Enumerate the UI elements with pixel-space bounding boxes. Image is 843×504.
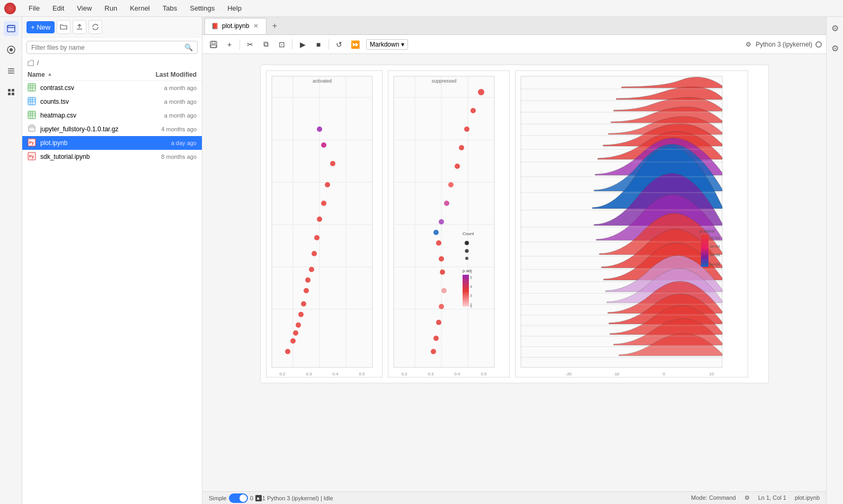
svg-point-97 — [465, 249, 468, 253]
plot-output: activated — [260, 65, 769, 383]
right-settings-icon-2[interactable]: ⚙ — [828, 41, 842, 55]
svg-point-80 — [464, 127, 469, 132]
svg-point-79 — [471, 108, 476, 113]
svg-text:0.4: 0.4 — [332, 372, 339, 376]
file-modified: 8 months ago — [133, 154, 197, 160]
svg-text:4e+04: 4e+04 — [709, 263, 720, 266]
cell-type-dropdown[interactable]: Markdown ▾ — [366, 39, 408, 50]
svg-point-50 — [301, 301, 306, 307]
kernel-circle — [815, 41, 822, 48]
svg-point-60 — [321, 142, 326, 148]
paste-button[interactable]: ⊡ — [275, 38, 289, 51]
new-button[interactable]: + New — [26, 21, 55, 33]
svg-text:0.4: 0.4 — [454, 372, 460, 376]
ridge-plot: p.adjust 1e+04 2e+04 3e+04 4e+04 — [515, 70, 748, 377]
column-name-header[interactable]: Name — [28, 71, 128, 78]
menu-file[interactable]: File — [26, 3, 42, 13]
file-item-jupyter-tar[interactable]: jupyter_fullstory-0.1.0.tar.gz 4 months … — [22, 122, 202, 136]
main-layout: + New 🔍 — [0, 17, 843, 504]
upload-button[interactable] — [73, 20, 86, 34]
svg-text:0.3: 0.3 — [306, 372, 312, 376]
svg-point-78 — [478, 89, 484, 95]
running-count: 1 — [262, 495, 265, 501]
svg-point-59 — [330, 161, 335, 166]
menu-tabs[interactable]: Tabs — [161, 3, 179, 13]
notebook-toolbar: + ✂ ⧉ ⊡ ▶ ■ ↺ ⏩ Markdown ▾ ⚙ Python 3 (i… — [202, 35, 826, 54]
svg-text:0.2: 0.2 — [401, 372, 407, 376]
file-item-plot-ipynb[interactable]: Py plot.ipynb a day ago — [22, 136, 202, 150]
svg-point-94 — [431, 349, 436, 354]
file-item-counts[interactable]: counts.tsv a month ago — [22, 95, 202, 109]
file-item-heatmap[interactable]: heatmap.csv a month ago — [22, 109, 202, 122]
menu-run[interactable]: Run — [102, 3, 119, 13]
menu-help[interactable]: Help — [225, 3, 244, 13]
toolbar-right: ⚙ Python 3 (ipykernel) — [746, 41, 822, 48]
search-input[interactable] — [31, 44, 184, 51]
app-icon — [4, 3, 16, 14]
settings-icon[interactable]: ⚙ — [746, 41, 751, 48]
right-settings-icon-1[interactable]: ⚙ — [828, 21, 842, 35]
menu-edit[interactable]: Edit — [50, 3, 66, 13]
cell-indicator-icon: ■ — [255, 494, 262, 502]
menu-settings[interactable]: Settings — [188, 3, 217, 13]
run-button[interactable]: ▶ — [296, 38, 309, 51]
file-name: counts.tsv — [40, 98, 133, 105]
cell-type-label: Markdown — [370, 41, 399, 48]
cut-button[interactable]: ✂ — [243, 38, 257, 51]
svg-point-51 — [304, 288, 309, 293]
svg-text:0.5: 0.5 — [481, 372, 487, 376]
simple-mode-toggle[interactable] — [229, 493, 248, 503]
svg-point-48 — [296, 322, 301, 328]
file-item-contrast[interactable]: contrast.csv a month ago — [22, 81, 202, 95]
file-modified: a month ago — [133, 112, 197, 119]
svg-rect-10 — [28, 84, 36, 91]
copy-button[interactable]: ⧉ — [259, 38, 273, 51]
open-folder-button[interactable] — [57, 20, 70, 34]
toolbar-separator-1 — [239, 39, 240, 50]
simple-mode-label: Simple — [209, 495, 227, 501]
kernel-name: Python 3 (ipykernel) — [756, 41, 812, 48]
svg-text:3e+04: 3e+04 — [709, 253, 720, 257]
file-name: plot.ipynb — [40, 139, 133, 147]
add-cell-button[interactable]: + — [223, 38, 236, 51]
tab-close-button[interactable]: ✕ — [252, 22, 260, 30]
svg-text:0.5: 0.5 — [359, 372, 365, 376]
notebook-content[interactable]: activated — [202, 54, 826, 491]
restart-button[interactable]: ↺ — [332, 38, 346, 51]
fast-forward-button[interactable]: ⏩ — [348, 38, 362, 51]
menu-view[interactable]: View — [75, 3, 94, 13]
breadcrumb: / — [22, 57, 202, 69]
svg-point-89 — [440, 269, 445, 275]
svg-point-54 — [312, 251, 317, 256]
sidebar-files-icon[interactable] — [4, 21, 19, 36]
svg-point-46 — [290, 338, 296, 344]
filename-status: plot.ipynb — [795, 494, 820, 501]
tar-icon — [28, 124, 37, 134]
menu-bar: File Edit View Run Kernel Tabs Settings … — [0, 0, 843, 17]
svg-text:2e+04: 2e+04 — [709, 245, 720, 248]
cell-type-chevron: ▾ — [401, 41, 404, 48]
sidebar: + New 🔍 — [22, 17, 202, 504]
toolbar-separator-3 — [329, 39, 329, 50]
refresh-button[interactable] — [88, 20, 102, 34]
tab-plot-ipynb[interactable]: 📕 plot.ipynb ✕ — [205, 18, 267, 34]
svg-rect-25 — [29, 126, 35, 131]
file-item-sdk-tutorial[interactable]: Py sdk_tutorial.ipynb 8 months ago — [22, 150, 202, 164]
svg-point-52 — [305, 277, 310, 283]
column-modified-header[interactable]: Last Modified — [128, 71, 197, 78]
table-of-contents-icon[interactable] — [4, 64, 19, 78]
extensions-icon[interactable] — [4, 85, 19, 100]
svg-point-2 — [10, 48, 13, 51]
new-tab-button[interactable]: + — [268, 19, 281, 33]
stop-button[interactable]: ■ — [312, 38, 325, 51]
save-button[interactable] — [207, 38, 220, 51]
svg-point-88 — [439, 256, 444, 262]
svg-text:p.adjust: p.adjust — [700, 229, 715, 233]
settings-status-icon[interactable]: ⚙ — [744, 494, 750, 501]
menu-kernel[interactable]: Kernel — [128, 3, 152, 13]
kernel-status-label: Python 3 (ipykernel) | Idle — [267, 495, 333, 501]
running-sessions-icon[interactable] — [4, 42, 19, 57]
right-gear-bar: ⚙ ⚙ — [826, 17, 843, 504]
svg-text:0: 0 — [662, 372, 665, 376]
file-modified: 4 months ago — [133, 126, 197, 132]
